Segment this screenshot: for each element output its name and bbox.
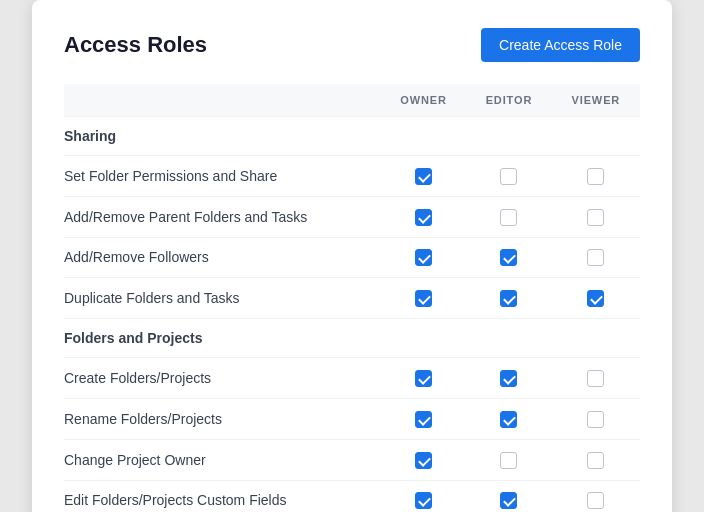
checkbox-unchecked-icon[interactable] [587,452,604,469]
access-roles-card: Access Roles Create Access Role OWNER ED… [32,0,672,512]
col-header-viewer: VIEWER [552,84,640,117]
checkbox-checked-icon[interactable] [415,411,432,428]
table-row: Rename Folders/Projects [64,398,640,439]
permission-name: Add/Remove Parent Folders and Tasks [64,196,381,237]
table-header: OWNER EDITOR VIEWER [64,84,640,117]
checkbox-unchecked-icon[interactable] [500,168,517,185]
section-label: Sharing [64,117,640,156]
checkbox-checked-icon[interactable] [415,452,432,469]
checkbox-unchecked-icon[interactable] [587,370,604,387]
checkbox-checked-icon[interactable] [587,290,604,307]
permission-editor-cell[interactable] [466,480,551,512]
create-access-role-button[interactable]: Create Access Role [481,28,640,62]
permission-name: Set Folder Permissions and Share [64,156,381,197]
checkbox-checked-icon[interactable] [500,492,517,509]
permission-name: Duplicate Folders and Tasks [64,278,381,319]
permission-editor-cell[interactable] [466,237,551,278]
permission-viewer-cell[interactable] [552,196,640,237]
checkbox-unchecked-icon[interactable] [587,209,604,226]
permission-owner-cell[interactable] [381,196,466,237]
permission-owner-cell[interactable] [381,480,466,512]
checkbox-checked-icon[interactable] [500,249,517,266]
permission-editor-cell[interactable] [466,196,551,237]
checkbox-unchecked-icon[interactable] [587,492,604,509]
section-label-row: Folders and Projects [64,319,640,358]
checkbox-checked-icon[interactable] [415,209,432,226]
checkbox-checked-icon[interactable] [415,168,432,185]
permission-viewer-cell[interactable] [552,237,640,278]
checkbox-unchecked-icon[interactable] [587,249,604,266]
permission-owner-cell[interactable] [381,278,466,319]
permission-viewer-cell[interactable] [552,156,640,197]
permission-viewer-cell[interactable] [552,398,640,439]
col-header-permission [64,84,381,117]
checkbox-unchecked-icon[interactable] [500,452,517,469]
table-row: Add/Remove Followers [64,237,640,278]
permission-owner-cell[interactable] [381,358,466,399]
section-label-row: Sharing [64,117,640,156]
checkbox-unchecked-icon[interactable] [587,411,604,428]
checkbox-checked-icon[interactable] [500,290,517,307]
permission-name: Edit Folders/Projects Custom Fields [64,480,381,512]
permission-viewer-cell[interactable] [552,480,640,512]
permissions-table: OWNER EDITOR VIEWER SharingSet Folder Pe… [64,84,640,512]
table-row: Duplicate Folders and Tasks [64,278,640,319]
permission-owner-cell[interactable] [381,439,466,480]
permission-viewer-cell[interactable] [552,278,640,319]
permission-name: Add/Remove Followers [64,237,381,278]
checkbox-checked-icon[interactable] [415,492,432,509]
checkbox-checked-icon[interactable] [500,370,517,387]
permission-name: Create Folders/Projects [64,358,381,399]
table-row: Create Folders/Projects [64,358,640,399]
card-header: Access Roles Create Access Role [64,28,640,62]
col-header-owner: OWNER [381,84,466,117]
permission-owner-cell[interactable] [381,398,466,439]
page-title: Access Roles [64,32,207,58]
permission-editor-cell[interactable] [466,398,551,439]
permission-editor-cell[interactable] [466,156,551,197]
col-header-editor: EDITOR [466,84,551,117]
checkbox-checked-icon[interactable] [415,290,432,307]
checkbox-checked-icon[interactable] [500,411,517,428]
table-row: Edit Folders/Projects Custom Fields [64,480,640,512]
permission-viewer-cell[interactable] [552,439,640,480]
section-label: Folders and Projects [64,319,640,358]
permission-owner-cell[interactable] [381,156,466,197]
permission-owner-cell[interactable] [381,237,466,278]
checkbox-checked-icon[interactable] [415,249,432,266]
permission-editor-cell[interactable] [466,278,551,319]
table-row: Set Folder Permissions and Share [64,156,640,197]
permission-name: Change Project Owner [64,439,381,480]
table-row: Change Project Owner [64,439,640,480]
permission-name: Rename Folders/Projects [64,398,381,439]
checkbox-unchecked-icon[interactable] [500,209,517,226]
checkbox-checked-icon[interactable] [415,370,432,387]
checkbox-unchecked-icon[interactable] [587,168,604,185]
permission-editor-cell[interactable] [466,439,551,480]
table-body: SharingSet Folder Permissions and ShareA… [64,117,640,513]
table-row: Add/Remove Parent Folders and Tasks [64,196,640,237]
permission-editor-cell[interactable] [466,358,551,399]
permission-viewer-cell[interactable] [552,358,640,399]
